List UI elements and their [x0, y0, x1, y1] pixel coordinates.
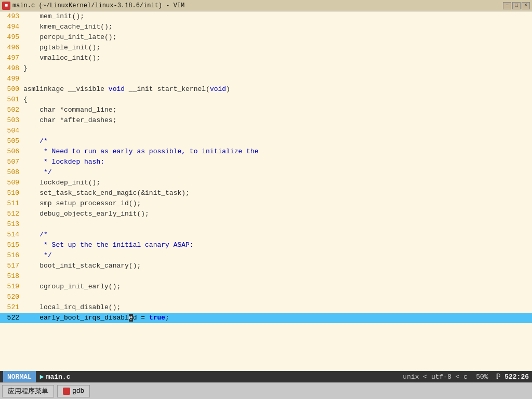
code-line: 521 local_irq_disable();	[0, 302, 532, 313]
arrow-icon: ▶	[40, 373, 44, 381]
code-line: 503 char *after_dashes;	[0, 115, 532, 126]
line-content: local_irq_disable();	[23, 302, 532, 313]
line-content: /*	[23, 136, 532, 147]
code-line: 519 cgroup_init_early();	[0, 282, 532, 292]
line-number: 504	[0, 126, 23, 136]
code-line: 522 early_boot_irqs_disabled = true;	[0, 313, 532, 323]
line-number: 509	[0, 178, 23, 188]
line-number: 511	[0, 198, 23, 209]
file-indicator: ▶ main.c	[40, 373, 71, 381]
line-number: 507	[0, 157, 23, 167]
code-line: 507 * lockdep hash:	[0, 157, 532, 167]
line-number: 501	[0, 95, 23, 105]
line-number: 510	[0, 188, 23, 198]
maximize-button[interactable]: □	[512, 2, 521, 9]
taskbar: 应用程序菜单 gdb	[0, 382, 532, 399]
line-content: lockdep_init();	[23, 178, 532, 188]
line-number: 495	[0, 32, 23, 43]
line-content: * Need to run as early as possible, to i…	[23, 147, 532, 157]
vim-mode-badge: NORMAL	[3, 371, 36, 382]
status-right: unix < utf-8 < c 50% ℙ 522:26	[403, 373, 529, 381]
line-col-indicator: ℙ 522:26	[497, 373, 529, 381]
minimize-button[interactable]: −	[503, 2, 511, 9]
line-number: 513	[0, 219, 23, 230]
code-line: 510 set_task_stack_end_magic(&init_task)…	[0, 188, 532, 198]
line-content: debug_objects_early_init();	[23, 209, 532, 219]
code-line: 496 pgtable_init();	[0, 43, 532, 53]
line-number: 520	[0, 292, 23, 302]
line-content: */	[23, 250, 532, 261]
line-content: asmlinkage __visible void __init start_k…	[23, 84, 532, 95]
code-line: 511 smp_setup_processor_id();	[0, 198, 532, 209]
gdb-label: gdb	[72, 387, 84, 395]
line-content: set_task_stack_end_magic(&init_task);	[23, 188, 532, 198]
code-line: 509 lockdep_init();	[0, 178, 532, 188]
line-content: * lockdep hash:	[23, 157, 532, 167]
line-number: 499	[0, 74, 23, 84]
code-line: 515 * Set up the the initial canary ASAP…	[0, 240, 532, 250]
line-content: * Set up the the initial canary ASAP:	[23, 240, 532, 250]
line-content: smp_setup_processor_id();	[23, 198, 532, 209]
code-line: 504	[0, 126, 532, 136]
line-number: 512	[0, 209, 23, 219]
code-line: 494 kmem_cache_init();	[0, 22, 532, 32]
code-line: 508 */	[0, 167, 532, 178]
current-filename: main.c	[46, 373, 71, 381]
apps-menu-button[interactable]: 应用程序菜单	[2, 385, 54, 397]
line-number: 494	[0, 22, 23, 32]
code-line: 514 /*	[0, 230, 532, 240]
code-line: 506 * Need to run as early as possible, …	[0, 147, 532, 157]
line-number: 517	[0, 261, 23, 271]
close-button[interactable]: ×	[522, 2, 530, 9]
line-number: 521	[0, 302, 23, 313]
line-content: char *command_line;	[23, 105, 532, 115]
line-content: mem_init();	[23, 11, 532, 22]
line-number: 502	[0, 105, 23, 115]
code-line: 497 vmalloc_init();	[0, 53, 532, 63]
line-content: */	[23, 167, 532, 178]
line-content: pgtable_init();	[23, 43, 532, 53]
line-content: cgroup_init_early();	[23, 282, 532, 292]
window-controls[interactable]: − □ ×	[503, 2, 530, 9]
line-content: /*	[23, 230, 532, 240]
code-line: 512 debug_objects_early_init();	[0, 209, 532, 219]
code-line: 520	[0, 292, 532, 302]
gdb-button[interactable]: gdb	[57, 385, 90, 397]
gdb-icon	[63, 388, 70, 395]
line-number: 493	[0, 11, 23, 22]
line-number: 515	[0, 240, 23, 250]
line-number: 496	[0, 43, 23, 53]
code-line: 495 percpu_init_late();	[0, 32, 532, 43]
code-line: 518	[0, 271, 532, 282]
line-content: }	[23, 63, 532, 74]
code-line: 516 */	[0, 250, 532, 261]
status-bar: NORMAL ▶ main.c unix < utf-8 < c 50% ℙ 5…	[0, 371, 532, 382]
line-number: 508	[0, 167, 23, 178]
encoding-info: unix < utf-8 < c	[403, 373, 468, 381]
line-number: 505	[0, 136, 23, 147]
line-number: 503	[0, 115, 23, 126]
scroll-percent: 50%	[476, 373, 488, 381]
code-line: 501{	[0, 95, 532, 105]
code-line: 502 char *command_line;	[0, 105, 532, 115]
code-line: 498}	[0, 63, 532, 74]
line-number: 497	[0, 53, 23, 63]
title-bar: ■ main.c (~/LinuxKernel/linux-3.18.6/ini…	[0, 0, 532, 11]
code-line: 517 boot_init_stack_canary();	[0, 261, 532, 271]
line-content: early_boot_irqs_disabled = true;	[23, 313, 532, 323]
line-number: 498	[0, 63, 23, 74]
line-content: {	[23, 95, 532, 105]
line-content: kmem_cache_init();	[23, 22, 532, 32]
code-line: 499	[0, 74, 532, 84]
line-number: 518	[0, 271, 23, 282]
title-bar-left: ■ main.c (~/LinuxKernel/linux-3.18.6/ini…	[2, 2, 184, 10]
code-line: 505 /*	[0, 136, 532, 147]
line-content: boot_init_stack_canary();	[23, 261, 532, 271]
line-number: 506	[0, 147, 23, 157]
line-content: percpu_init_late();	[23, 32, 532, 43]
line-number: 514	[0, 230, 23, 240]
window-title: main.c (~/LinuxKernel/linux-3.18.6/init)…	[12, 2, 184, 9]
code-editor: 493 mem_init();494 kmem_cache_init();495…	[0, 11, 532, 371]
code-line: 500asmlinkage __visible void __init star…	[0, 84, 532, 95]
line-number: 522	[0, 313, 23, 323]
